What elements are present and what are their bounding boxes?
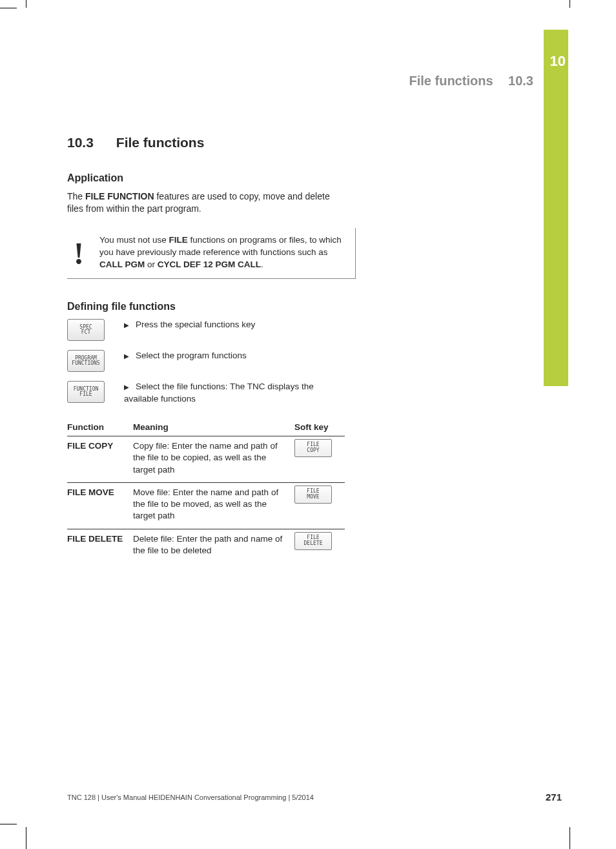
fn-name: FILE COPY [67, 436, 133, 483]
page-number: 271 [546, 792, 562, 803]
key-function-file: FUNCTION FILE [67, 381, 105, 403]
step-row: SPEC FCT ▶Press the special functions ke… [67, 319, 351, 341]
running-head-number: 10.3 [508, 74, 533, 88]
text: or [145, 260, 158, 269]
text: Press the special functions key [136, 320, 255, 329]
running-head-title: File functions [409, 74, 493, 88]
key-program-functions: PROGRAM FUNCTIONS [67, 350, 105, 372]
text: The [67, 191, 85, 201]
defining-heading: Defining file functions [67, 301, 351, 312]
fn-meaning: Move file: Enter the name and path of th… [133, 482, 294, 529]
steps-list: SPEC FCT ▶Press the special functions ke… [67, 319, 351, 405]
softkey-file-copy: FILE COPY [294, 439, 332, 457]
running-head: File functions 10.3 [409, 74, 534, 88]
col-meaning: Meaning [133, 420, 294, 436]
col-softkey: Soft key [294, 420, 345, 436]
application-heading: Application [67, 172, 351, 184]
text-bold: CALL PGM [99, 260, 145, 269]
table-header-row: Function Meaning Soft key [67, 420, 345, 436]
text-bold: FILE FUNCTION [85, 191, 154, 201]
step-text: ▶Press the special functions key [124, 319, 255, 331]
triangle-icon: ▶ [124, 321, 129, 330]
triangle-icon: ▶ [124, 383, 129, 392]
step-text: ▶Select the program functions [124, 350, 247, 362]
col-function: Function [67, 420, 133, 436]
chapter-tab: 10 [544, 30, 568, 386]
note-text: You must not use FILE functions on progr… [99, 234, 345, 271]
text: . [261, 260, 263, 269]
fn-meaning: Copy file: Enter the name and path of th… [133, 436, 294, 483]
page: 10 File functions 10.3 10.3 File functio… [28, 9, 568, 819]
fn-meaning: Delete file: Enter the path and name of … [133, 529, 294, 563]
chapter-number: 10 [550, 53, 566, 70]
text-bold: FILE [169, 235, 188, 245]
fn-name: FILE DELETE [67, 529, 133, 563]
section-title: File functions [116, 135, 205, 150]
section-heading: 10.3 File functions [67, 135, 351, 150]
footer-text: TNC 128 | User's Manual HEIDENHAIN Conve… [67, 793, 314, 801]
triangle-icon: ▶ [124, 352, 129, 361]
table-row: FILE DELETE Delete file: Enter the path … [67, 529, 345, 563]
text: You must not use [99, 235, 169, 245]
softkey-file-delete: FILE DELETE [294, 532, 332, 550]
table-row: FILE MOVE Move file: Enter the name and … [67, 482, 345, 529]
note-box: ! You must not use FILE functions on pro… [67, 228, 356, 280]
step-text: ▶Select the file functions: The TNC disp… [124, 381, 331, 405]
text: Select the program functions [136, 351, 247, 360]
step-row: FUNCTION FILE ▶Select the file functions… [67, 381, 351, 405]
content: 10.3 File functions Application The FILE… [67, 135, 351, 563]
exclamation-icon: ! [74, 234, 84, 271]
fn-name: FILE MOVE [67, 482, 133, 529]
key-spec-fct: SPEC FCT [67, 319, 105, 341]
softkey-file-move: FILE MOVE [294, 486, 332, 504]
table-row: FILE COPY Copy file: Enter the name and … [67, 436, 345, 483]
application-intro: The FILE FUNCTION features are used to c… [67, 190, 332, 215]
text: Select the file functions: The TNC displ… [124, 382, 314, 404]
functions-table: Function Meaning Soft key FILE COPY Copy… [67, 420, 345, 563]
section-number: 10.3 [67, 135, 112, 150]
text-bold: CYCL DEF 12 PGM CALL [158, 260, 261, 269]
step-row: PROGRAM FUNCTIONS ▶Select the program fu… [67, 350, 351, 372]
